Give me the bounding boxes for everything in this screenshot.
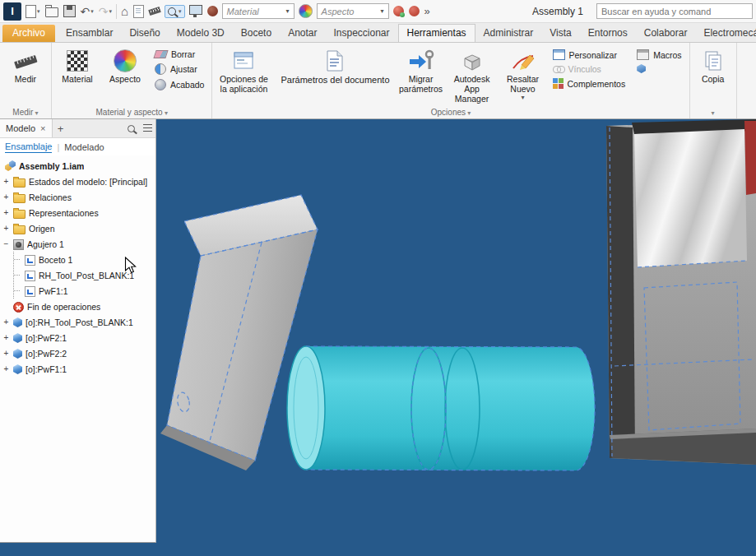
ribbon-tab-strip: Archivo Ensamblar Diseño Modelo 3D Bocet… (0, 23, 756, 43)
save-button[interactable] (63, 2, 77, 21)
tab-boceto[interactable]: Boceto (233, 25, 280, 42)
tree-item-relaciones[interactable]: + Relaciones (2, 189, 155, 205)
tab-inspeccionar[interactable]: Inspeccionar (325, 25, 397, 42)
help-search-input[interactable] (596, 3, 753, 19)
complementos-button[interactable]: Complementos (553, 78, 626, 89)
tab-vista[interactable]: Vista (541, 25, 579, 42)
open-file-button[interactable] (44, 2, 59, 21)
menu-icon (143, 124, 152, 132)
group-label-material[interactable]: Material y aspecto (52, 108, 211, 118)
tree-item-origen[interactable]: + Origen (2, 220, 155, 236)
new-file-button[interactable] (25, 2, 41, 21)
tab-anotar[interactable]: Anotar (280, 25, 325, 42)
expander-icon[interactable]: + (2, 177, 10, 186)
tree-item-part-pwf2-2[interactable]: + [o]:PwF2:2 (2, 345, 155, 361)
browser-tab-modelo[interactable]: Modelo × (0, 119, 53, 137)
measure-icon (13, 47, 38, 75)
ajustar-button[interactable]: Ajustar (155, 63, 204, 75)
tab-administrar[interactable]: Administrar (475, 25, 542, 42)
expander-icon[interactable]: + (2, 192, 10, 202)
undo-button[interactable] (80, 2, 95, 21)
eraser-icon (153, 50, 168, 58)
personalizar-button[interactable]: Personalizar (553, 49, 626, 60)
expander-icon[interactable]: + (2, 364, 10, 373)
browser-menu-button[interactable] (139, 119, 155, 137)
material-button[interactable]: Material (53, 44, 101, 108)
expander-icon[interactable]: + (2, 333, 10, 342)
material-combo[interactable]: Material (222, 3, 295, 19)
appearance-wheel-icon (114, 47, 137, 75)
tree-item-assembly-root[interactable]: Assembly 1.iam (2, 158, 155, 174)
modelado-link[interactable]: Modelado (64, 142, 104, 152)
group-label-portapapeles[interactable] (690, 108, 736, 118)
expander-icon[interactable]: + (2, 349, 10, 358)
tree-item-part-pwf1-1[interactable]: + [o]:PwF1:1 (2, 361, 155, 377)
tab-electromecanica[interactable]: Electromecánica (695, 25, 756, 42)
adjust-appearance-button[interactable] (392, 2, 405, 21)
tab-modelo-3d[interactable]: Modelo 3D (169, 25, 233, 42)
tree-item-part-rh-tool-post-blank[interactable]: + [o]:RH_Tool_Post_BLANK:1 (2, 314, 155, 330)
acabado-button[interactable]: Acabado (155, 79, 204, 90)
redo-button[interactable] (98, 2, 113, 21)
tab-diseno[interactable]: Diseño (121, 25, 168, 42)
tab-archivo[interactable]: Archivo (2, 25, 55, 42)
close-browser-tab-icon[interactable]: × (40, 123, 45, 133)
tree-item-fin-de-operaciones[interactable]: Fin de operaciones (2, 299, 155, 314)
group-label-opciones[interactable]: Opciones (212, 108, 689, 118)
part-cube-icon (13, 317, 22, 327)
home-view-button[interactable] (120, 2, 129, 21)
zoom-window-button[interactable] (165, 5, 185, 18)
tree-item-agujero-1[interactable]: − Agujero 1 (2, 236, 155, 252)
folder-icon (13, 178, 26, 188)
parametros-documento-button[interactable]: Parámetros del documento (273, 44, 397, 108)
new-file-icon (26, 5, 36, 18)
document-icon (133, 5, 144, 18)
part-cube-icon (13, 333, 22, 343)
macros-button[interactable]: Macros (637, 49, 681, 60)
toolbar-separator (116, 4, 117, 19)
tree-item-estados-del-modelo[interactable]: + Estados del modelo: [Principal] (2, 174, 155, 189)
material-sphere-button[interactable] (206, 2, 219, 21)
add-browser-tab-button[interactable]: + (53, 119, 69, 137)
group-label-medir[interactable]: Medir (0, 108, 51, 118)
color-wheel-button[interactable] (298, 2, 313, 21)
medir-button[interactable]: Medir (2, 44, 49, 108)
browser-search-button[interactable] (123, 119, 139, 137)
tree-item-pwf1[interactable]: PwF1:1 (14, 283, 155, 299)
migrate-arrow-wrench-icon (408, 47, 434, 75)
tree-item-representaciones[interactable]: + Representaciones (2, 205, 155, 220)
tab-ensamblar[interactable]: Ensamblar (58, 25, 121, 42)
inventor-logo[interactable]: I (3, 2, 21, 21)
fixture-block-part[interactable] (606, 119, 756, 465)
links-chain-icon (553, 66, 564, 72)
measure-tool-button[interactable] (148, 2, 161, 21)
opciones-aplicacion-button[interactable]: Opciones de la aplicación (214, 44, 273, 108)
expander-icon[interactable]: + (2, 224, 10, 233)
toolbar-overflow-button[interactable] (424, 2, 431, 21)
display-settings-button[interactable] (188, 2, 203, 21)
borrar-button[interactable]: Borrar (155, 49, 204, 59)
copiar-button[interactable]: Copia (692, 44, 735, 108)
aspecto-combo[interactable]: Aspecto (317, 3, 389, 19)
aspecto-button[interactable]: Aspecto (101, 44, 149, 108)
iproperties-button[interactable] (132, 2, 145, 21)
appearance-adjust-icon (393, 6, 404, 16)
expander-icon[interactable]: + (2, 208, 10, 217)
autodesk-app-manager-button[interactable]: Autodesk App Manager (445, 44, 499, 108)
expander-icon[interactable]: + (2, 317, 10, 327)
macros-window-icon (637, 49, 649, 60)
tree-item-part-pwf2-1[interactable]: + [o]:PwF2:1 (2, 330, 155, 345)
tab-entornos[interactable]: Entornos (580, 25, 636, 42)
collapse-icon[interactable]: − (2, 239, 10, 248)
vba-editor-button[interactable] (637, 64, 681, 73)
migrar-parametros-button[interactable]: Migrar parámetros (397, 44, 445, 108)
ensamblaje-link[interactable]: Ensamblaje (5, 141, 52, 153)
tab-herramientas[interactable]: Herramientas (398, 24, 475, 43)
document-settings-icon (325, 47, 345, 75)
clear-appearance-button[interactable] (408, 2, 420, 21)
tab-colaborar[interactable]: Colaborar (636, 25, 696, 42)
cylinder-part[interactable] (287, 346, 595, 470)
resaltar-nuevo-button[interactable]: Resaltar Nuevo (499, 44, 547, 108)
magnifier-icon (168, 7, 176, 16)
appearance-clear-icon (409, 6, 420, 16)
